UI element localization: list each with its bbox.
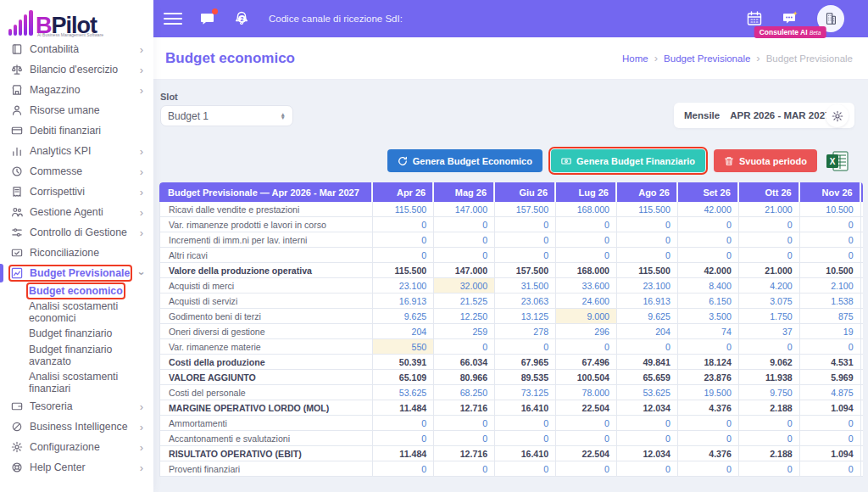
cell-incrementi-di-imm-ni-per-lav-interni-giu-26[interactable]: 0 [495,232,556,248]
cell-valore-aggiunto-mag-26[interactable]: 80.966 [434,370,495,385]
sidebar-item-gestione-agenti[interactable]: Gestione Agenti› [0,202,153,222]
cell-var-rimanenze-prodotti-e-lavori-in-corso-set-26[interactable]: 0 [678,217,739,232]
breadcrumb-item-budget-previsionale[interactable]: Budget Previsionale [664,53,750,64]
cell-incrementi-di-imm-ni-per-lav-interni-lug-26[interactable]: 0 [556,232,617,248]
cell-costi-del-personale-lug-26[interactable]: 78.000 [556,385,617,400]
cell-var-rimanenze-materie-set-26[interactable]: 0 [678,339,739,355]
cell-valore-aggiunto-set-26[interactable]: 23.876 [678,370,739,385]
sidebar-item-help-center[interactable]: Help Center› [0,457,153,478]
excel-export-button[interactable]: X [826,151,849,171]
cell-ammortamenti-set-26[interactable]: 0 [678,416,739,431]
cell-valore-aggiunto-nov-26[interactable]: 5.969 [800,370,861,385]
sidebar-subitem-budget-economico[interactable]: Budget economico [0,283,153,299]
cell-var-rimanenze-prodotti-e-lavori-in-corso-giu-26[interactable]: 0 [495,217,556,232]
cell-risultato-operativo-ebit-set-26[interactable]: 4.376 [678,446,739,461]
cell-acquisti-di-merci-ott-26[interactable]: 4.200 [739,278,800,294]
cell-accantonamenti-e-svalutazioni-nov-26[interactable]: 0 [800,431,861,446]
cell-var-rimanenze-materie-apr-26[interactable]: 550 [373,339,434,355]
cell-var-rimanenze-prodotti-e-lavori-in-corso-ott-26[interactable]: 0 [739,217,800,232]
cell-acquisti-di-merci-ago-26[interactable]: 23.100 [617,278,678,294]
settings-button[interactable] [826,104,849,127]
cell-costi-del-personale-ott-26[interactable]: 9.750 [739,385,800,400]
cell-risultato-operativo-ebit-nov-26[interactable]: 1.094 [800,446,861,461]
cell-var-rimanenze-prodotti-e-lavori-in-corso-lug-26[interactable]: 0 [556,217,617,232]
sidebar-item-riconciliazione[interactable]: Riconciliazione [0,243,153,263]
cell-oneri-diversi-di-gestione-set-26[interactable]: 74 [678,324,739,339]
cell-altri-ricavi-giu-26[interactable]: 0 [495,248,556,263]
cell-altri-ricavi-lug-26[interactable]: 0 [556,248,617,263]
cell-valore-della-produzione-operativa-lug-26[interactable]: 168.000 [556,263,617,278]
cell-acquisti-di-servizi-nov-26[interactable]: 1.538 [800,294,861,309]
cell-valore-della-produzione-operativa-set-26[interactable]: 42.000 [678,263,739,278]
cell-costi-del-personale-mag-26[interactable]: 68.250 [434,385,495,400]
cell-risultato-operativo-ebit-apr-26[interactable]: 11.484 [373,446,434,461]
cell-var-rimanenze-materie-giu-26[interactable]: 0 [495,339,556,355]
cell-ammortamenti-lug-26[interactable]: 0 [556,416,617,431]
slot-select[interactable]: Budget 1 ▲▼ [160,105,293,126]
sidebar-item-commesse[interactable]: Commesse› [0,161,153,182]
cell-var-rimanenze-prodotti-e-lavori-in-corso-apr-26[interactable]: 0 [373,217,434,232]
cell-valore-della-produzione-operativa-mag-26[interactable]: 147.000 [434,263,495,278]
cell-proventi-finanziari-ago-26[interactable]: 0 [617,461,678,477]
genera-budget-finanziario-button[interactable]: Genera Budget Finanziario [551,149,705,172]
cell-oneri-diversi-di-gestione-nov-26[interactable]: 19 [800,324,861,339]
cell-costi-della-produzione-mag-26[interactable]: 66.034 [434,355,495,370]
cell-godimento-beni-di-terzi-set-26[interactable]: 3.500 [678,309,739,324]
cell-margine-operativo-lordo-mol-ago-26[interactable]: 12.034 [617,400,678,416]
cell-incrementi-di-imm-ni-per-lav-interni-ago-26[interactable]: 0 [617,232,678,248]
cell-altri-ricavi-nov-26[interactable]: 0 [800,248,861,263]
cell-acquisti-di-servizi-set-26[interactable]: 6.150 [678,294,739,309]
app-logo[interactable]: B Pilot AI Business Management Software [0,0,153,36]
consulente-ai-badge[interactable]: Consulente AI Beta [754,26,826,38]
cell-margine-operativo-lordo-mol-lug-26[interactable]: 22.504 [556,400,617,416]
cell-proventi-finanziari-ott-26[interactable]: 0 [739,461,800,477]
cell-oneri-diversi-di-gestione-ott-26[interactable]: 37 [739,324,800,339]
sidebar-item-magazzino[interactable]: Magazzino› [0,80,153,100]
cell-acquisti-di-merci-lug-26[interactable]: 33.600 [556,278,617,294]
cell-accantonamenti-e-svalutazioni-mag-26[interactable]: 0 [434,431,495,446]
cell-accantonamenti-e-svalutazioni-lug-26[interactable]: 0 [556,431,617,446]
cell-var-rimanenze-materie-ott-26[interactable]: 0 [739,339,800,355]
cell-ammortamenti-nov-26[interactable]: 0 [800,416,861,431]
cell-margine-operativo-lordo-mol-giu-26[interactable]: 16.410 [495,400,556,416]
sidebar-item-controllo-di-gestione[interactable]: Controllo di Gestione› [0,222,153,243]
cell-acquisti-di-servizi-giu-26[interactable]: 23.063 [495,294,556,309]
cell-costi-della-produzione-nov-26[interactable]: 4.531 [800,355,861,370]
cell-margine-operativo-lordo-mol-apr-26[interactable]: 11.484 [373,400,434,416]
sidebar-item-bilancio-d-esercizio[interactable]: Bilancio d'esercizio› [0,59,153,80]
cell-costi-del-personale-set-26[interactable]: 19.500 [678,385,739,400]
cell-altri-ricavi-apr-26[interactable]: 0 [373,248,434,263]
cell-ammortamenti-ott-26[interactable]: 0 [739,416,800,431]
sidebar-item-analytics-kpi[interactable]: Analytics KPI› [0,141,153,161]
cell-incrementi-di-imm-ni-per-lav-interni-apr-26[interactable]: 0 [373,232,434,248]
cell-valore-aggiunto-lug-26[interactable]: 100.504 [556,370,617,385]
cell-valore-della-produzione-operativa-giu-26[interactable]: 157.500 [495,263,556,278]
cell-valore-della-produzione-operativa-nov-26[interactable]: 10.500 [800,263,861,278]
cell-godimento-beni-di-terzi-ott-26[interactable]: 1.750 [739,309,800,324]
sidebar-item-tesoreria[interactable]: Tesoreria› [0,396,153,417]
cell-oneri-diversi-di-gestione-lug-26[interactable]: 296 [556,324,617,339]
cell-accantonamenti-e-svalutazioni-giu-26[interactable]: 0 [495,431,556,446]
sidebar-item-budget-previsionale[interactable]: Budget Previsionale› [0,263,153,283]
cell-godimento-beni-di-terzi-nov-26[interactable]: 875 [800,309,861,324]
cell-valore-della-produzione-operativa-ago-26[interactable]: 115.500 [617,263,678,278]
cell-valore-aggiunto-giu-26[interactable]: 89.535 [495,370,556,385]
cell-incrementi-di-imm-ni-per-lav-interni-mag-26[interactable]: 0 [434,232,495,248]
cell-incrementi-di-imm-ni-per-lav-interni-set-26[interactable]: 0 [678,232,739,248]
cell-ricavi-dalle-vendite-e-prestazioni-ott-26[interactable]: 21.000 [739,202,800,217]
cell-acquisti-di-servizi-apr-26[interactable]: 16.913 [373,294,434,309]
cell-oneri-diversi-di-gestione-giu-26[interactable]: 278 [495,324,556,339]
sidebar-subitem-analisi-scostamenti-finanziari[interactable]: Analisi scostamenti finanziari [0,369,153,396]
cell-ricavi-dalle-vendite-e-prestazioni-giu-26[interactable]: 157.500 [495,202,556,217]
cell-costi-del-personale-giu-26[interactable]: 73.125 [495,385,556,400]
cell-ammortamenti-apr-26[interactable]: 0 [373,416,434,431]
sidebar-item-contabilit[interactable]: Contabilità› [0,39,153,59]
sidebar-item-business-intelligence[interactable]: Business Intelligence› [0,417,153,437]
cell-oneri-diversi-di-gestione-mag-26[interactable]: 259 [434,324,495,339]
cell-incrementi-di-imm-ni-per-lav-interni-ott-26[interactable]: 0 [739,232,800,248]
sidebar-subitem-budget-finanziario-avanzato[interactable]: Budget finanziario avanzato [0,342,153,369]
cell-godimento-beni-di-terzi-ago-26[interactable]: 9.625 [617,309,678,324]
bell-icon[interactable]: 2 [233,10,250,27]
cell-acquisti-di-servizi-ago-26[interactable]: 16.913 [617,294,678,309]
cell-valore-aggiunto-ago-26[interactable]: 65.659 [617,370,678,385]
